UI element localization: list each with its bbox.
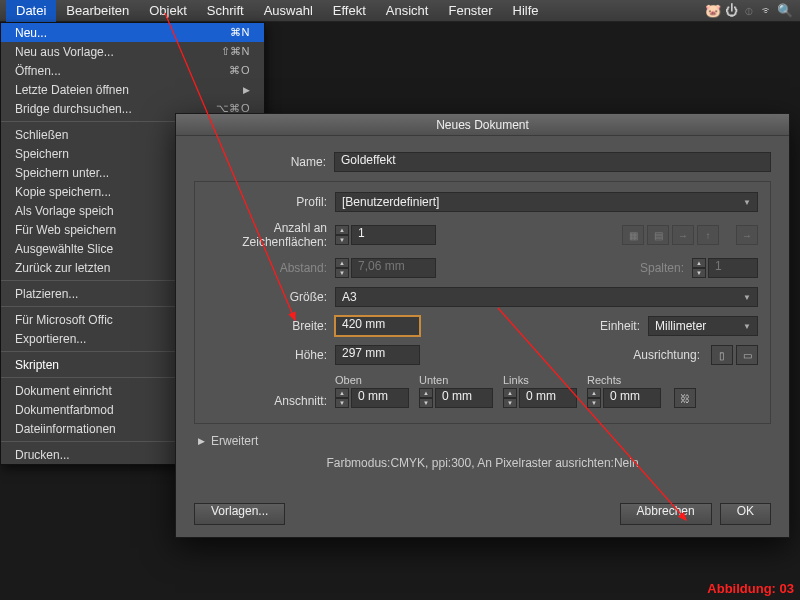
height-input[interactable]: 297 mm bbox=[335, 345, 420, 365]
units-label: Einheit: bbox=[588, 319, 648, 333]
menu-item[interactable]: Neu aus Vorlage...⇧⌘N bbox=[1, 42, 264, 61]
link-bleed-icon[interactable]: ⛓ bbox=[674, 388, 696, 408]
bleed-label: Anschnitt: bbox=[207, 394, 335, 408]
menu-ansicht[interactable]: Ansicht bbox=[376, 0, 439, 22]
name-input[interactable]: Goldeffekt bbox=[334, 152, 771, 172]
landscape-icon[interactable]: ▭ bbox=[736, 345, 758, 365]
bleed-left-stepper[interactable]: ▲▼ bbox=[503, 388, 517, 408]
advanced-disclosure[interactable]: ▶ Erweitert bbox=[198, 434, 771, 448]
bleed-left-input[interactable]: 0 mm bbox=[519, 388, 577, 408]
menu-bearbeiten[interactable]: Bearbeiten bbox=[56, 0, 139, 22]
profile-select[interactable]: [Benutzerdefiniert]▼ bbox=[335, 192, 758, 212]
name-label: Name: bbox=[194, 155, 334, 169]
menu-fenster[interactable]: Fenster bbox=[438, 0, 502, 22]
bleed-right-input[interactable]: 0 mm bbox=[603, 388, 661, 408]
power-icon[interactable]: ⏻ bbox=[722, 3, 740, 18]
menu-item[interactable]: Letzte Dateien öffnen▶ bbox=[1, 80, 264, 99]
menu-schrift[interactable]: Schrift bbox=[197, 0, 254, 22]
cancel-button[interactable]: Abbrechen bbox=[620, 503, 712, 525]
bleed-top-label: Oben bbox=[335, 374, 409, 386]
artboards-label: Anzahl an Zeichenflächen: bbox=[207, 221, 335, 249]
portrait-icon[interactable]: ▯ bbox=[711, 345, 733, 365]
units-select[interactable]: Millimeter▼ bbox=[648, 316, 758, 336]
dialog-title: Neues Dokument bbox=[176, 114, 789, 136]
piggybank-icon[interactable]: 🐷 bbox=[704, 3, 722, 18]
grid2-icon: ▤ bbox=[647, 225, 669, 245]
bleed-bottom-input[interactable]: 0 mm bbox=[435, 388, 493, 408]
menu-hilfe[interactable]: Hilfe bbox=[503, 0, 549, 22]
templates-button[interactable]: Vorlagen... bbox=[194, 503, 285, 525]
spacing-input: 7,06 mm bbox=[351, 258, 436, 278]
columns-input: 1 bbox=[708, 258, 758, 278]
bleed-left-label: Links bbox=[503, 374, 577, 386]
document-summary: Farbmodus:CMYK, ppi:300, An Pixelraster … bbox=[194, 456, 771, 470]
bleed-bottom-label: Unten bbox=[419, 374, 493, 386]
bleed-right-label: Rechts bbox=[587, 374, 661, 386]
artboards-input[interactable]: 1 bbox=[351, 225, 436, 245]
figure-caption: Abbildung: 03 bbox=[707, 581, 794, 596]
width-input[interactable]: 420 mm bbox=[335, 316, 420, 336]
size-select[interactable]: A3▼ bbox=[335, 287, 758, 307]
menu-objekt[interactable]: Objekt bbox=[139, 0, 197, 22]
bleed-top-stepper[interactable]: ▲▼ bbox=[335, 388, 349, 408]
size-label: Größe: bbox=[207, 290, 335, 304]
width-label: Breite: bbox=[207, 319, 335, 333]
menu-auswahl[interactable]: Auswahl bbox=[254, 0, 323, 22]
orientation-label: Ausrichtung: bbox=[618, 348, 708, 362]
spotlight-icon[interactable]: 🔍 bbox=[776, 3, 794, 18]
chevron-right-icon: ▶ bbox=[198, 436, 205, 446]
arrow-right-icon: → bbox=[672, 225, 694, 245]
bluetooth-icon[interactable]: ⌽ bbox=[740, 3, 758, 18]
menu-effekt[interactable]: Effekt bbox=[323, 0, 376, 22]
menu-item[interactable]: Öffnen...⌘O bbox=[1, 61, 264, 80]
spacing-label: Abstand: bbox=[207, 261, 335, 275]
new-document-dialog: Neues Dokument Name: Goldeffekt Profil: … bbox=[175, 113, 790, 538]
menubar: Datei Bearbeiten Objekt Schrift Auswahl … bbox=[0, 0, 800, 22]
wifi-icon[interactable]: ᯤ bbox=[758, 3, 776, 18]
grid-icon: ▦ bbox=[622, 225, 644, 245]
columns-stepper: ▲▼ bbox=[692, 258, 706, 278]
bleed-right-stepper[interactable]: ▲▼ bbox=[587, 388, 601, 408]
bleed-top-input[interactable]: 0 mm bbox=[351, 388, 409, 408]
ok-button[interactable]: OK bbox=[720, 503, 771, 525]
artboards-stepper[interactable]: ▲▼ bbox=[335, 225, 349, 245]
profile-label: Profil: bbox=[207, 195, 335, 209]
menu-item[interactable]: Neu...⌘N bbox=[1, 23, 264, 42]
height-label: Höhe: bbox=[207, 348, 335, 362]
bleed-bottom-stepper[interactable]: ▲▼ bbox=[419, 388, 433, 408]
columns-label: Spalten: bbox=[632, 261, 692, 275]
menu-datei[interactable]: Datei bbox=[6, 0, 56, 22]
spacing-stepper: ▲▼ bbox=[335, 258, 349, 278]
arrow-right2-icon: → bbox=[736, 225, 758, 245]
arrow-up-icon: ↑ bbox=[697, 225, 719, 245]
